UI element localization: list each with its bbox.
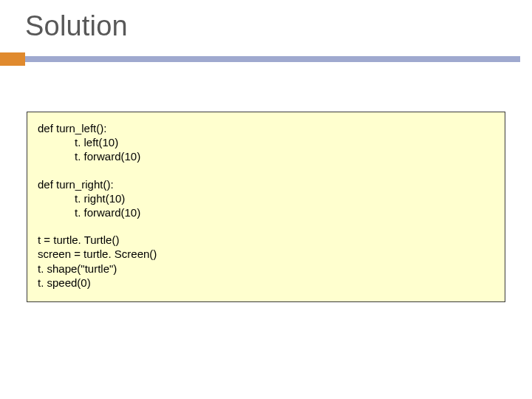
slide: Solution def turn_left(): t. left(10) t.… [0, 0, 532, 399]
code-group-turn-right: def turn_right(): t. right(10) t. forwar… [38, 177, 494, 220]
accent-block [0, 52, 25, 66]
code-box: def turn_left(): t. left(10) t. forward(… [27, 112, 505, 302]
title-rule [0, 52, 532, 66]
page-title: Solution [0, 10, 532, 42]
horizontal-rule [25, 56, 520, 62]
code-group-turn-left: def turn_left(): t. left(10) t. forward(… [38, 121, 494, 164]
code-group-setup: t = turtle. Turtle() screen = turtle. Sc… [38, 233, 494, 290]
